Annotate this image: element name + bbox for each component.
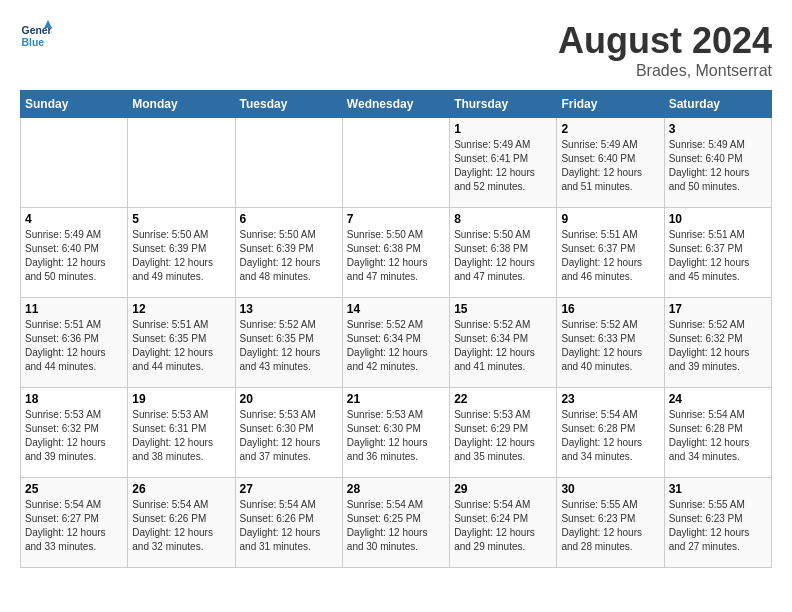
day-info: Sunrise: 5:54 AM Sunset: 6:24 PM Dayligh… [454, 498, 552, 554]
day-number: 29 [454, 482, 552, 496]
day-info: Sunrise: 5:50 AM Sunset: 6:39 PM Dayligh… [240, 228, 338, 284]
day-number: 28 [347, 482, 445, 496]
day-info: Sunrise: 5:54 AM Sunset: 6:28 PM Dayligh… [561, 408, 659, 464]
day-info: Sunrise: 5:51 AM Sunset: 6:35 PM Dayligh… [132, 318, 230, 374]
day-number: 7 [347, 212, 445, 226]
day-cell: 7Sunrise: 5:50 AM Sunset: 6:38 PM Daylig… [342, 208, 449, 298]
day-cell: 29Sunrise: 5:54 AM Sunset: 6:24 PM Dayli… [450, 478, 557, 568]
day-cell: 19Sunrise: 5:53 AM Sunset: 6:31 PM Dayli… [128, 388, 235, 478]
day-number: 10 [669, 212, 767, 226]
day-number: 5 [132, 212, 230, 226]
day-cell: 9Sunrise: 5:51 AM Sunset: 6:37 PM Daylig… [557, 208, 664, 298]
day-number: 8 [454, 212, 552, 226]
day-info: Sunrise: 5:52 AM Sunset: 6:32 PM Dayligh… [669, 318, 767, 374]
week-row-3: 11Sunrise: 5:51 AM Sunset: 6:36 PM Dayli… [21, 298, 772, 388]
day-cell: 6Sunrise: 5:50 AM Sunset: 6:39 PM Daylig… [235, 208, 342, 298]
day-cell: 31Sunrise: 5:55 AM Sunset: 6:23 PM Dayli… [664, 478, 771, 568]
day-cell: 16Sunrise: 5:52 AM Sunset: 6:33 PM Dayli… [557, 298, 664, 388]
day-cell: 24Sunrise: 5:54 AM Sunset: 6:28 PM Dayli… [664, 388, 771, 478]
day-cell [21, 118, 128, 208]
day-number: 22 [454, 392, 552, 406]
title-block: August 2024 Brades, Montserrat [558, 20, 772, 80]
svg-marker-2 [44, 20, 52, 28]
day-info: Sunrise: 5:49 AM Sunset: 6:40 PM Dayligh… [561, 138, 659, 194]
day-info: Sunrise: 5:53 AM Sunset: 6:30 PM Dayligh… [240, 408, 338, 464]
day-info: Sunrise: 5:51 AM Sunset: 6:37 PM Dayligh… [561, 228, 659, 284]
day-info: Sunrise: 5:50 AM Sunset: 6:38 PM Dayligh… [347, 228, 445, 284]
day-number: 24 [669, 392, 767, 406]
day-cell [342, 118, 449, 208]
day-number: 20 [240, 392, 338, 406]
weekday-header-saturday: Saturday [664, 91, 771, 118]
day-number: 15 [454, 302, 552, 316]
day-info: Sunrise: 5:53 AM Sunset: 6:32 PM Dayligh… [25, 408, 123, 464]
day-cell: 17Sunrise: 5:52 AM Sunset: 6:32 PM Dayli… [664, 298, 771, 388]
day-number: 3 [669, 122, 767, 136]
week-row-1: 1Sunrise: 5:49 AM Sunset: 6:41 PM Daylig… [21, 118, 772, 208]
day-cell: 12Sunrise: 5:51 AM Sunset: 6:35 PM Dayli… [128, 298, 235, 388]
day-info: Sunrise: 5:53 AM Sunset: 6:31 PM Dayligh… [132, 408, 230, 464]
weekday-header-friday: Friday [557, 91, 664, 118]
day-cell: 5Sunrise: 5:50 AM Sunset: 6:39 PM Daylig… [128, 208, 235, 298]
logo: General Blue General Blue [20, 20, 52, 52]
day-info: Sunrise: 5:53 AM Sunset: 6:29 PM Dayligh… [454, 408, 552, 464]
day-number: 14 [347, 302, 445, 316]
day-number: 11 [25, 302, 123, 316]
day-number: 21 [347, 392, 445, 406]
day-cell: 26Sunrise: 5:54 AM Sunset: 6:26 PM Dayli… [128, 478, 235, 568]
day-info: Sunrise: 5:51 AM Sunset: 6:37 PM Dayligh… [669, 228, 767, 284]
day-cell: 4Sunrise: 5:49 AM Sunset: 6:40 PM Daylig… [21, 208, 128, 298]
day-number: 31 [669, 482, 767, 496]
weekday-header-thursday: Thursday [450, 91, 557, 118]
day-info: Sunrise: 5:54 AM Sunset: 6:27 PM Dayligh… [25, 498, 123, 554]
day-info: Sunrise: 5:49 AM Sunset: 6:41 PM Dayligh… [454, 138, 552, 194]
day-cell: 13Sunrise: 5:52 AM Sunset: 6:35 PM Dayli… [235, 298, 342, 388]
day-cell: 30Sunrise: 5:55 AM Sunset: 6:23 PM Dayli… [557, 478, 664, 568]
day-cell: 25Sunrise: 5:54 AM Sunset: 6:27 PM Dayli… [21, 478, 128, 568]
page-header: General Blue General Blue August 2024 Br… [20, 20, 772, 80]
week-row-4: 18Sunrise: 5:53 AM Sunset: 6:32 PM Dayli… [21, 388, 772, 478]
day-cell: 14Sunrise: 5:52 AM Sunset: 6:34 PM Dayli… [342, 298, 449, 388]
day-info: Sunrise: 5:52 AM Sunset: 6:33 PM Dayligh… [561, 318, 659, 374]
day-number: 6 [240, 212, 338, 226]
day-number: 16 [561, 302, 659, 316]
day-info: Sunrise: 5:49 AM Sunset: 6:40 PM Dayligh… [25, 228, 123, 284]
day-cell: 18Sunrise: 5:53 AM Sunset: 6:32 PM Dayli… [21, 388, 128, 478]
day-cell: 23Sunrise: 5:54 AM Sunset: 6:28 PM Dayli… [557, 388, 664, 478]
day-number: 4 [25, 212, 123, 226]
day-number: 13 [240, 302, 338, 316]
day-info: Sunrise: 5:50 AM Sunset: 6:38 PM Dayligh… [454, 228, 552, 284]
calendar-table: SundayMondayTuesdayWednesdayThursdayFrid… [20, 90, 772, 568]
day-cell [235, 118, 342, 208]
day-info: Sunrise: 5:51 AM Sunset: 6:36 PM Dayligh… [25, 318, 123, 374]
day-number: 18 [25, 392, 123, 406]
day-cell: 20Sunrise: 5:53 AM Sunset: 6:30 PM Dayli… [235, 388, 342, 478]
day-number: 27 [240, 482, 338, 496]
day-number: 2 [561, 122, 659, 136]
day-number: 26 [132, 482, 230, 496]
week-row-5: 25Sunrise: 5:54 AM Sunset: 6:27 PM Dayli… [21, 478, 772, 568]
day-number: 12 [132, 302, 230, 316]
day-info: Sunrise: 5:50 AM Sunset: 6:39 PM Dayligh… [132, 228, 230, 284]
weekday-header-monday: Monday [128, 91, 235, 118]
day-cell: 21Sunrise: 5:53 AM Sunset: 6:30 PM Dayli… [342, 388, 449, 478]
day-info: Sunrise: 5:52 AM Sunset: 6:35 PM Dayligh… [240, 318, 338, 374]
day-cell: 2Sunrise: 5:49 AM Sunset: 6:40 PM Daylig… [557, 118, 664, 208]
day-info: Sunrise: 5:54 AM Sunset: 6:28 PM Dayligh… [669, 408, 767, 464]
weekday-header-row: SundayMondayTuesdayWednesdayThursdayFrid… [21, 91, 772, 118]
day-cell: 10Sunrise: 5:51 AM Sunset: 6:37 PM Dayli… [664, 208, 771, 298]
day-cell: 15Sunrise: 5:52 AM Sunset: 6:34 PM Dayli… [450, 298, 557, 388]
day-cell: 22Sunrise: 5:53 AM Sunset: 6:29 PM Dayli… [450, 388, 557, 478]
svg-text:Blue: Blue [22, 37, 45, 48]
weekday-header-sunday: Sunday [21, 91, 128, 118]
day-number: 9 [561, 212, 659, 226]
day-cell: 27Sunrise: 5:54 AM Sunset: 6:26 PM Dayli… [235, 478, 342, 568]
day-info: Sunrise: 5:54 AM Sunset: 6:26 PM Dayligh… [132, 498, 230, 554]
day-cell: 28Sunrise: 5:54 AM Sunset: 6:25 PM Dayli… [342, 478, 449, 568]
day-number: 30 [561, 482, 659, 496]
day-cell: 8Sunrise: 5:50 AM Sunset: 6:38 PM Daylig… [450, 208, 557, 298]
day-cell: 11Sunrise: 5:51 AM Sunset: 6:36 PM Dayli… [21, 298, 128, 388]
day-number: 1 [454, 122, 552, 136]
day-number: 23 [561, 392, 659, 406]
day-info: Sunrise: 5:54 AM Sunset: 6:25 PM Dayligh… [347, 498, 445, 554]
